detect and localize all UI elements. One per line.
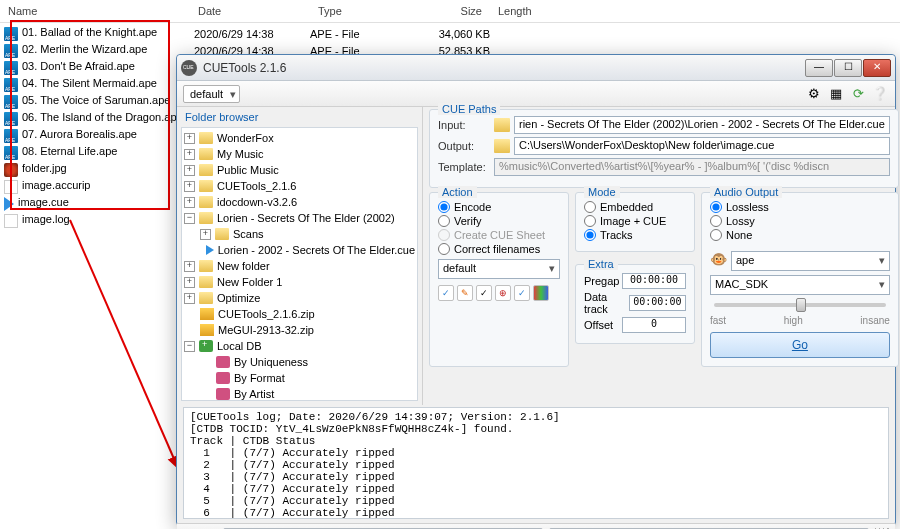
lossy-radio[interactable] [710, 215, 722, 227]
action-group: Action Encode Verify Create CUE Sheet Co… [429, 192, 569, 367]
tree-toggle[interactable]: + [200, 229, 211, 240]
tree-toggle[interactable]: + [184, 293, 195, 304]
action-title: Action [438, 186, 477, 198]
tree-item[interactable]: +Public Music [184, 162, 415, 178]
imagecue-radio[interactable] [584, 215, 596, 227]
fold-icon [199, 260, 213, 272]
tree-toggle[interactable]: + [184, 165, 195, 176]
tree-toggle[interactable]: − [184, 213, 195, 224]
embedded-radio[interactable] [584, 201, 596, 213]
tree-toggle[interactable]: − [184, 341, 195, 352]
tree-item[interactable]: +My Music [184, 146, 415, 162]
lossless-radio[interactable] [710, 201, 722, 213]
tree-label: MeGUI-2913-32.zip [218, 324, 314, 336]
col-type[interactable]: Type [310, 2, 410, 20]
maximize-button[interactable]: ☐ [834, 59, 862, 77]
output-browse-icon[interactable] [494, 139, 510, 153]
tree-item[interactable]: CUETools_2.1.6.zip [184, 306, 415, 322]
tree-item[interactable]: +idocdown-v3.2.6 [184, 194, 415, 210]
col-length[interactable]: Length [490, 2, 570, 20]
help-icon[interactable]: ❔ [871, 85, 889, 103]
tree-item[interactable]: By Uniqueness [184, 354, 415, 370]
col-date[interactable]: Date [190, 2, 310, 20]
input-browse-icon[interactable] [494, 118, 510, 132]
tree-label: Local DB [217, 340, 262, 352]
tree-item[interactable]: +CUETools_2.1.6 [184, 178, 415, 194]
minimize-button[interactable]: — [805, 59, 833, 77]
tree-item[interactable]: −Local DB [184, 338, 415, 354]
fold-icon [199, 292, 213, 304]
tree-item[interactable]: −Lorien - Secrets Of The Elder (2002) [184, 210, 415, 226]
tree-toggle[interactable]: + [184, 261, 195, 272]
profile-dropdown[interactable]: default [183, 85, 240, 103]
opt6-icon[interactable] [533, 285, 549, 301]
pregap-value[interactable]: 00:00:00 [622, 273, 686, 289]
toolbar: default ⚙ ▦ ⟳ ❔ [177, 81, 895, 107]
tree-item[interactable]: +Optimize [184, 290, 415, 306]
tree-label: idocdown-v3.2.6 [217, 196, 297, 208]
script-dropdown[interactable]: default [438, 259, 560, 279]
tree-label: By Format [234, 372, 285, 384]
tracks-label: Tracks [600, 229, 633, 241]
tree-item[interactable]: +Scans [184, 226, 415, 242]
fold-icon [199, 276, 213, 288]
grid-icon[interactable]: ▦ [827, 85, 845, 103]
tree-label: Public Music [217, 164, 279, 176]
cue-icon [4, 197, 14, 211]
input-path[interactable]: rien - Secrets Of The Elder (2002)\Lorie… [514, 116, 890, 134]
slider-thumb[interactable] [796, 298, 806, 312]
log-output[interactable]: [CUETools log; Date: 2020/6/29 14:39:07;… [183, 407, 889, 519]
folder-tree[interactable]: +WonderFox+My Music+Public Music+CUETool… [181, 127, 418, 401]
ape-icon [4, 78, 18, 92]
tree-item[interactable]: +New Folder 1 [184, 274, 415, 290]
tree-toggle[interactable]: + [184, 133, 195, 144]
cuetools-window: CUETools 2.1.6 — ☐ ✕ default ⚙ ▦ ⟳ ❔ Fol… [176, 54, 896, 526]
opt3-icon[interactable]: ✓ [476, 285, 492, 301]
tree-item[interactable]: By Artist [184, 386, 415, 401]
quality-slider[interactable] [714, 303, 886, 307]
tree-item[interactable]: Lorien - 2002 - Secrets Of The Elder.cue [184, 242, 415, 258]
fold-icon [199, 212, 213, 224]
opt4-icon[interactable]: ⊕ [495, 285, 511, 301]
refresh-icon[interactable]: ⟳ [849, 85, 867, 103]
tree-item[interactable]: MeGUI-2913-32.zip [184, 322, 415, 338]
offset-value[interactable]: 0 [622, 317, 686, 333]
tree-item[interactable]: +WonderFox [184, 130, 415, 146]
verify-radio[interactable] [438, 215, 450, 227]
slider-high: high [784, 315, 803, 326]
col-name[interactable]: Name [0, 2, 190, 20]
settings-icon[interactable]: ⚙ [805, 85, 823, 103]
opt2-icon[interactable]: ✎ [457, 285, 473, 301]
opt5-icon[interactable]: ✓ [514, 285, 530, 301]
fold-icon [199, 196, 213, 208]
tracks-radio[interactable] [584, 229, 596, 241]
input-label: Input: [438, 119, 490, 131]
correct-label: Correct filenames [454, 243, 540, 255]
none-radio[interactable] [710, 229, 722, 241]
ape-icon [4, 44, 18, 58]
tree-item[interactable]: By Format [184, 370, 415, 386]
lossy-label: Lossy [726, 215, 755, 227]
close-button[interactable]: ✕ [863, 59, 891, 77]
file-row[interactable]: 01. Ballad of the Knight.ape2020/6/29 14… [0, 25, 900, 42]
encode-radio[interactable] [438, 201, 450, 213]
template-path[interactable]: %music%\Converted\%artist%\[%year% - ]%a… [494, 158, 890, 176]
correct-radio[interactable] [438, 243, 450, 255]
zip-icon [200, 308, 214, 320]
encoder-dropdown[interactable]: ape [731, 251, 890, 271]
engine-dropdown[interactable]: MAC_SDK [710, 275, 890, 295]
output-path[interactable]: C:\Users\WonderFox\Desktop\New folder\im… [514, 137, 890, 155]
create-label: Create CUE Sheet [454, 229, 545, 241]
tree-item[interactable]: +New folder [184, 258, 415, 274]
go-button[interactable]: Go [710, 332, 890, 358]
tree-toggle[interactable]: + [184, 149, 195, 160]
qry-icon [216, 372, 230, 384]
opt1-icon[interactable]: ✓ [438, 285, 454, 301]
tree-toggle[interactable]: + [184, 277, 195, 288]
tree-toggle[interactable]: + [184, 181, 195, 192]
tree-toggle[interactable]: + [184, 197, 195, 208]
datatrack-value[interactable]: 00:00:00 [629, 295, 686, 311]
cue-paths-group: CUE Paths Input: rien - Secrets Of The E… [429, 109, 899, 188]
col-size[interactable]: Size [410, 2, 490, 20]
titlebar[interactable]: CUETools 2.1.6 — ☐ ✕ [177, 55, 895, 81]
